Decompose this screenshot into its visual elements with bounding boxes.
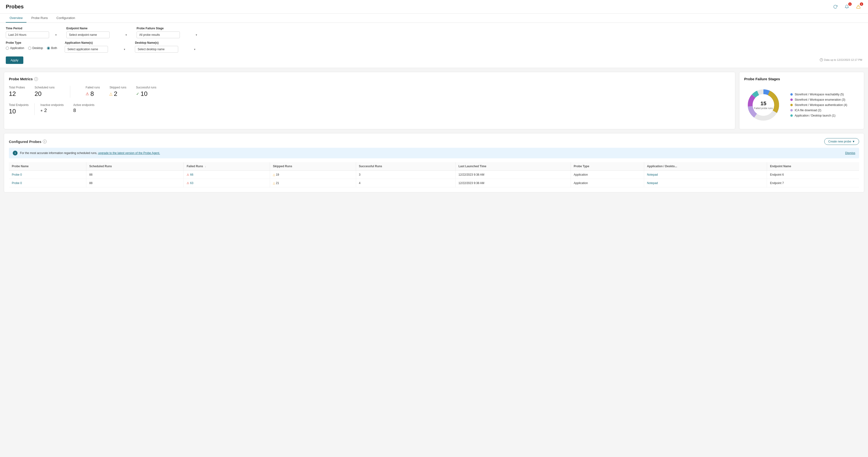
probe-type-both-radio[interactable] (47, 46, 50, 50)
probe-type-desktop-label: Desktop (32, 46, 43, 50)
table-row: Probe 0 88 ⚠ 63 △ 21 4 12/22/2023 9:38 A… (9, 179, 859, 187)
probe-type-both[interactable]: Both (47, 46, 57, 50)
successful-runs-icon: ✓ (136, 92, 139, 96)
probe-metrics-title: Probe Metrics i (9, 77, 730, 81)
probe-type-application-radio[interactable] (6, 46, 9, 50)
active-endpoints-value: 8 (73, 108, 94, 113)
refresh-button[interactable] (832, 3, 839, 10)
scheduled-runs-value: 20 (35, 90, 55, 98)
tab-probe-runs[interactable]: Probe Runs (27, 14, 52, 23)
configured-probes-info-icon[interactable]: i (43, 140, 46, 143)
row1-failed-runs: ⚠ 66 (184, 171, 270, 179)
legend-dot-reachability (790, 93, 793, 96)
probe-type-desktop-radio[interactable] (28, 46, 31, 50)
col-probe-name: Probe Name (9, 162, 86, 171)
legend-label-ica: ICA file download (2) (795, 108, 822, 112)
alerts-badge: 1 (860, 2, 863, 6)
row1-probe-name-link[interactable]: Probe 0 (12, 173, 22, 176)
legend-dot-authentication (790, 104, 793, 106)
probe-type-application[interactable]: Application (6, 46, 24, 50)
probe-type-both-label: Both (51, 46, 57, 50)
successful-runs-number: 10 (141, 90, 148, 98)
failure-stages-legend: Storefront / Workspace reachability (5) … (790, 93, 847, 117)
apply-button[interactable]: Apply (6, 57, 23, 64)
row2-probe-name-link[interactable]: Probe 0 (12, 182, 22, 185)
probe-failure-stage-select[interactable]: All probe results (136, 31, 180, 38)
active-endpoints-metric: Active endpoints 8 (73, 103, 94, 115)
desktop-names-label: Desktop Name(s) (135, 41, 197, 44)
upgrade-link[interactable]: upgrade to the latest version of the Pro… (98, 151, 160, 155)
create-new-probe-button[interactable]: Create new probe ▼ (824, 138, 859, 145)
probe-failure-stage-select-wrapper: All probe results (136, 31, 199, 38)
legend-dot-ica (790, 109, 793, 111)
row1-skipped-runs: △ 19 (270, 171, 356, 179)
info-banner-left: i For the most accurate information rega… (13, 151, 160, 156)
failed-runs-icon: ⚠ (86, 92, 89, 96)
total-probes-metric: Total Probes 12 (9, 86, 25, 98)
active-endpoints-label: Active endpoints (73, 103, 94, 107)
time-period-select-wrapper: Last 24 Hours Last 7 Days Last 30 Days (6, 31, 59, 38)
skipped-runs-value: △ 2 (110, 90, 126, 98)
row2-app-link[interactable]: Notepad (647, 182, 658, 185)
scheduled-runs-metric: Scheduled runs 20 (35, 86, 55, 98)
row1-skipped-icon: △ (273, 173, 275, 176)
col-endpoint-name-label: Endpoint Name (770, 165, 791, 168)
total-probes-label: Total Probes (9, 86, 25, 89)
col-last-launched: Last Launched Time (456, 162, 570, 171)
endpoint-name-label: Endpoint Name (66, 27, 129, 30)
probe-failure-stage-filter: Probe Failure Stage All probe results (136, 27, 199, 38)
probe-type-radio-row: Application Desktop Both (6, 46, 57, 50)
application-names-select-wrapper: Select application name (65, 46, 127, 53)
notifications-button[interactable]: 1 (843, 3, 851, 10)
donut-label: Failed probe runs (754, 107, 773, 110)
configured-probes-title: Configured Probes i (9, 140, 46, 144)
col-last-launched-label: Last Launched Time (459, 165, 487, 168)
probe-table-body: Probe 0 88 ⚠ 66 △ 19 3 12/22/2023 9:38 A… (9, 171, 859, 187)
row2-failed-runs-link[interactable]: 63 (190, 182, 193, 185)
desktop-names-select[interactable]: Select desktop name (135, 46, 178, 53)
scheduled-runs-label: Scheduled runs (35, 86, 55, 89)
desktop-names-select-wrapper: Select desktop name (135, 46, 197, 53)
endpoint-name-select[interactable]: Select endpoint name (66, 31, 110, 38)
notifications-badge: 1 (848, 2, 851, 6)
row2-app-desktop: Notepad (644, 179, 767, 187)
table-header-row: Probe Name Scheduled Runs Failed Runs ↓ … (9, 162, 859, 171)
col-successful-runs-label: Successful Runs (359, 165, 382, 168)
row2-skipped-value: 21 (276, 182, 279, 185)
legend-item-launch: Application / Desktop launch (1) (790, 114, 847, 117)
inactive-endpoints-value: ● 2 (40, 108, 64, 113)
application-names-label: Application Name(s) (65, 41, 127, 44)
legend-dot-launch (790, 115, 793, 117)
legend-label-reachability: Storefront / Workspace reachability (5) (795, 93, 844, 96)
info-banner: i For the most accurate information rega… (9, 148, 859, 158)
skipped-runs-label: Skipped runs (110, 86, 126, 89)
col-probe-name-label: Probe Name (12, 165, 29, 168)
legend-dot-enumeration (790, 99, 793, 101)
col-app-desktop: Application / Deskto... (644, 162, 767, 171)
row2-probe-name: Probe 0 (9, 179, 86, 187)
main-content: Probe Metrics i Total Probes 12 Schedule… (0, 68, 868, 196)
alerts-button[interactable]: 1 (855, 3, 862, 10)
row1-failed-runs-link[interactable]: 66 (190, 173, 193, 176)
row1-app-link[interactable]: Notepad (647, 173, 658, 176)
dismiss-button[interactable]: Dismiss (845, 151, 855, 155)
col-scheduled-runs: Scheduled Runs (86, 162, 184, 171)
time-period-select[interactable]: Last 24 Hours Last 7 Days Last 30 Days (6, 31, 49, 38)
tab-overview[interactable]: Overview (6, 14, 26, 23)
probe-metrics-title-text: Probe Metrics (9, 77, 33, 81)
probe-type-desktop[interactable]: Desktop (28, 46, 43, 50)
col-skipped-runs: Skipped Runs (270, 162, 356, 171)
probe-type-filter: Probe Type Application Desktop Both (6, 41, 57, 50)
failed-runs-metric: Failed runs ⚠ 8 (86, 86, 100, 98)
endpoint-name-select-wrapper: Select endpoint name (66, 31, 129, 38)
legend-item-authentication: Storefront / Workspace authentication (4… (790, 103, 847, 107)
failed-runs-sort-icon[interactable]: ↓ (205, 165, 206, 168)
probe-metrics-info-icon[interactable]: i (34, 77, 38, 81)
create-probe-label: Create new probe (828, 140, 851, 143)
time-period-label: Time Period (6, 27, 59, 30)
tab-configuration[interactable]: Configuration (53, 14, 79, 23)
probes-header: Configured Probes i Create new probe ▼ (9, 138, 859, 145)
application-names-select[interactable]: Select application name (65, 46, 108, 53)
time-period-filter: Time Period Last 24 Hours Last 7 Days La… (6, 27, 59, 38)
probe-table-container: Probe Name Scheduled Runs Failed Runs ↓ … (9, 162, 859, 187)
